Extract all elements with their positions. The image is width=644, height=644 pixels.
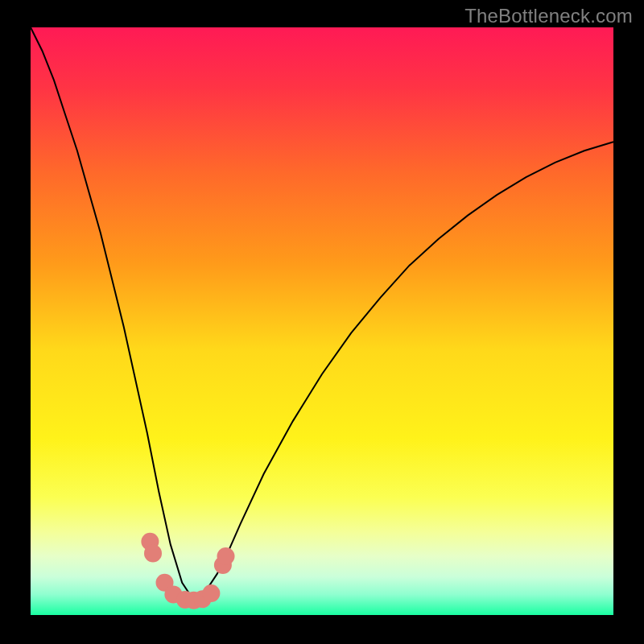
data-marker xyxy=(202,584,220,602)
plot-area xyxy=(31,27,613,615)
data-marker xyxy=(144,544,162,562)
watermark-text: TheBottleneck.com xyxy=(464,5,633,27)
data-marker xyxy=(217,547,235,565)
bottleneck-chart xyxy=(0,0,644,644)
chart-container: TheBottleneck.com xyxy=(0,0,644,644)
